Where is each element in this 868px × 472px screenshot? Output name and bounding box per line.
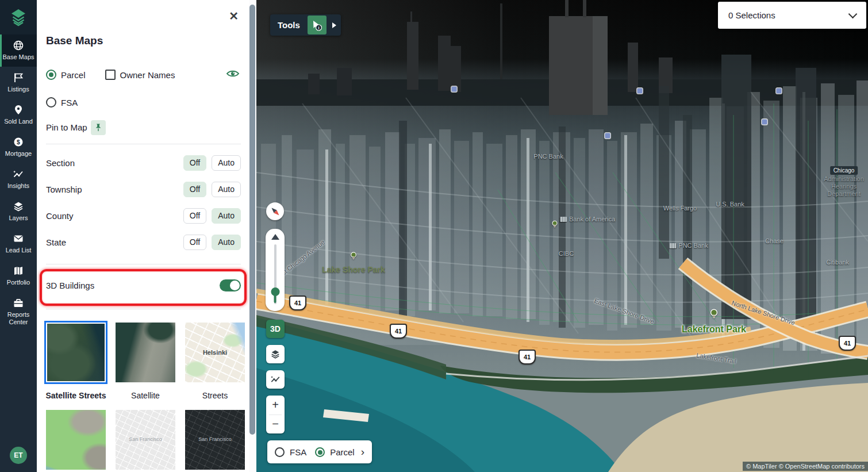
parcel-radio[interactable] <box>46 70 56 80</box>
fsa-map-radio[interactable] <box>275 447 285 457</box>
panel-scrollbar-thumb[interactable] <box>249 5 255 435</box>
tools-expand-button[interactable] <box>328 22 341 28</box>
map-layers-button[interactable] <box>266 345 285 363</box>
parcel-fsa-toggle[interactable]: FSA Parcel › <box>267 440 372 463</box>
basemap-label: Satellite <box>131 391 160 400</box>
pitch-slider-track[interactable] <box>274 244 276 304</box>
satellite-thumbnail[interactable] <box>114 321 177 384</box>
sidebar-item-insights[interactable]: Insights <box>0 163 37 195</box>
fsa-radio-row: FSA <box>46 97 78 108</box>
tools-menu[interactable]: Tools i <box>270 14 341 36</box>
sidebar-item-label: Lead List <box>6 247 32 254</box>
map-view[interactable]: 41414141Lake Shore ParkLakefront ParkPNC… <box>256 0 868 472</box>
county-auto-button[interactable]: Auto <box>212 208 241 224</box>
county-label: County <box>46 211 74 221</box>
sidebar-item-base-maps[interactable]: Base Maps <box>0 34 37 67</box>
selections-label: 0 Selections <box>728 10 775 20</box>
chevron-right-icon <box>332 22 336 28</box>
pitch-slider-thumb[interactable] <box>271 287 279 296</box>
thumbnail-inner-text: Helsinki <box>185 349 245 356</box>
sidebar-item-reports-center[interactable]: Reports Center <box>0 292 37 332</box>
pushpin-icon <box>94 123 103 132</box>
county-off-button[interactable]: Off <box>183 208 206 224</box>
township-off-button[interactable]: Off <box>183 182 206 197</box>
parcel-radio-row: Parcel Owner Names <box>46 70 175 80</box>
light-thumbnail[interactable]: San Francisco <box>114 408 177 471</box>
layers-icon <box>270 349 281 359</box>
sidebar-item-label: Mortgage <box>5 150 32 158</box>
select-tool-button[interactable]: i <box>308 16 327 34</box>
mountain-icon <box>271 234 279 240</box>
owner-names-checkbox[interactable] <box>105 70 116 80</box>
layers-icon <box>13 201 24 212</box>
state-auto-button[interactable]: Auto <box>212 235 241 250</box>
sidebar-item-mortgage[interactable]: $ Mortgage <box>0 131 37 163</box>
sidebar-item-label: Layers <box>9 214 28 222</box>
basemap-option-light: San Francisco <box>114 408 177 471</box>
owner-names-label: Owner Names <box>120 70 175 80</box>
sidebar-item-listings[interactable]: Listings <box>0 67 37 99</box>
state-label: State <box>46 237 66 247</box>
basemap-option-satellite: Satellite <box>114 321 177 400</box>
basemap-thumbnails-row2: San Francisco San Francisco <box>44 408 247 471</box>
divider <box>46 144 241 144</box>
section-label: Section <box>46 158 75 168</box>
avatar-initials: ET <box>14 451 22 459</box>
trend-icon <box>13 168 24 180</box>
compass-button[interactable] <box>266 202 284 220</box>
parcel-map-radio[interactable] <box>315 447 325 457</box>
sidebar-item-label: Sold Land <box>4 118 33 125</box>
dark-thumbnail[interactable]: San Francisco <box>183 408 247 471</box>
sidebar-item-layers[interactable]: Layers <box>0 195 37 228</box>
basemap-option-dark: San Francisco <box>183 408 247 471</box>
selections-dropdown[interactable]: 0 Selections <box>718 2 866 29</box>
chevron-down-icon <box>848 10 858 19</box>
3d-buildings-toggle[interactable] <box>220 279 241 291</box>
streets-thumbnail[interactable]: Helsinki <box>183 321 247 384</box>
basemap-option-satellite-streets: Satellite Streets <box>44 321 107 400</box>
chevron-right-icon: › <box>361 449 364 455</box>
3d-mode-button[interactable]: 3D <box>266 320 285 338</box>
section-row: Section Off Auto <box>46 155 241 171</box>
3d-mode-label: 3D <box>270 324 281 333</box>
app-logo[interactable] <box>0 0 37 34</box>
fsa-map-label: FSA <box>290 447 306 457</box>
section-auto-button[interactable]: Auto <box>212 155 241 171</box>
briefcase-icon <box>13 297 24 309</box>
parcel-radio-label: Parcel <box>61 70 86 80</box>
divider <box>46 309 241 309</box>
township-row: Township Off Auto <box>46 181 241 197</box>
map-canvas <box>256 0 868 472</box>
satellite-streets-thumbnail[interactable] <box>44 321 107 384</box>
user-avatar[interactable]: ET <box>10 447 27 464</box>
dollar-icon: $ <box>13 136 24 148</box>
sidebar-item-label: Base Maps <box>2 53 34 61</box>
svg-text:i: i <box>318 25 320 30</box>
township-auto-button[interactable]: Auto <box>212 182 241 197</box>
basemap-label: Satellite Streets <box>45 391 106 400</box>
outdoors-thumbnail[interactable] <box>44 408 107 471</box>
zoom-in-button[interactable]: + <box>266 396 285 415</box>
divider <box>46 264 241 264</box>
draw-line-tool-button[interactable] <box>266 370 285 389</box>
state-off-button[interactable]: Off <box>183 235 206 250</box>
pin-to-map-button[interactable] <box>91 120 106 135</box>
close-icon[interactable]: ✕ <box>229 9 239 23</box>
sidebar-item-label: Insights <box>7 182 29 190</box>
township-label: Township <box>46 185 82 194</box>
fsa-radio[interactable] <box>46 97 56 108</box>
basemap-option-streets: Helsinki Streets <box>183 321 247 400</box>
section-off-button[interactable]: Off <box>183 155 206 171</box>
county-row: County Off Auto <box>46 208 241 224</box>
pitch-slider[interactable] <box>266 229 285 311</box>
brand-logo-icon <box>8 7 29 28</box>
sidebar-item-lead-list[interactable]: Lead List <box>0 228 37 260</box>
flag-icon <box>13 72 24 83</box>
zoom-controls: + − <box>266 396 285 433</box>
eye-icon[interactable] <box>226 69 240 82</box>
sidebar: Base Maps Listings Sold Land $ Mortgage <box>0 0 37 472</box>
folded-map-icon <box>13 265 24 277</box>
sidebar-item-portfolio[interactable]: Portfolio <box>0 260 37 292</box>
zoom-out-button[interactable]: − <box>266 415 285 434</box>
sidebar-item-sold-land[interactable]: Sold Land <box>0 99 37 131</box>
